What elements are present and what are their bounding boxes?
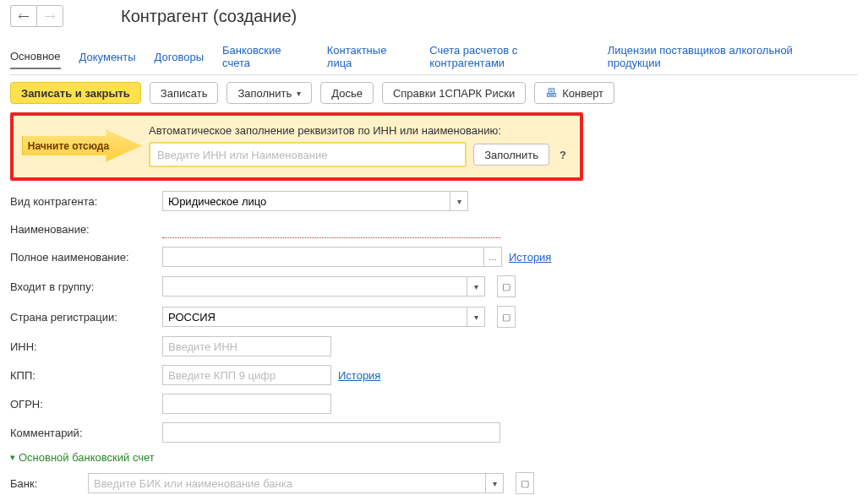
help-icon[interactable]: ? [556,149,570,161]
group-dropdown-button[interactable]: ▾ [467,276,485,296]
comment-input[interactable] [162,422,500,443]
open-icon: ▢ [502,281,510,292]
country-open-button[interactable]: ▢ [497,306,516,328]
autofill-input[interactable] [149,142,467,167]
start-here-callout: Начните отсюда Автоматическое заполнение… [10,112,583,181]
fill-menu-label: Заполнить [237,87,292,100]
comment-label: Комментарий: [10,427,162,439]
chevron-down-icon: ▾ [493,479,497,488]
ogrn-label: ОГРН: [10,398,162,411]
kpp-input[interactable] [162,365,331,385]
ellipsis-icon: … [489,253,497,262]
tab-contacts[interactable]: Контактные лица [327,39,412,74]
chevron-down-icon: ▾ [297,89,301,98]
type-dropdown-button[interactable]: ▾ [450,191,468,211]
tab-documents[interactable]: Документы [79,46,136,68]
full-name-label: Полное наименование: [10,251,162,264]
tabs-bar: Основное Документы Договоры Банковские с… [10,39,858,75]
chevron-down-icon: ▾ [474,313,478,322]
chevron-down-icon: ▾ [10,452,15,463]
country-dropdown-button[interactable]: ▾ [467,307,485,327]
full-name-history-link[interactable]: История [509,251,551,264]
arrow-left-icon: 🡐 [18,9,30,23]
form: Вид контрагента: ▾ Наименование: Полное … [10,191,858,495]
envelope-button[interactable]: 🖶 Конверт [534,82,614,104]
tab-bank-accounts[interactable]: Банковские счета [222,39,308,74]
bank-input[interactable] [88,473,485,493]
country-input[interactable] [162,307,467,327]
tab-contracts[interactable]: Договоры [155,46,204,68]
group-input[interactable] [162,276,467,296]
chevron-down-icon: ▾ [457,197,461,206]
open-icon: ▢ [521,478,529,489]
dossier-button[interactable]: Досье [320,82,374,104]
autofill-button[interactable]: Заполнить [473,144,549,166]
country-label: Страна регистрации: [10,311,162,324]
start-here-arrow: Начните отсюда [14,125,149,167]
save-button[interactable]: Записать [150,82,219,104]
nav-forward-button[interactable]: 🡒 [36,5,63,27]
full-name-input[interactable] [162,247,483,267]
name-input[interactable] [162,220,500,238]
inn-label: ИНН: [10,340,162,353]
fill-menu-button[interactable]: Заполнить ▾ [227,82,312,104]
envelope-button-label: Конверт [562,87,603,100]
bank-dropdown-button[interactable]: ▾ [485,473,504,493]
group-open-button[interactable]: ▢ [497,275,516,297]
start-here-label: Начните отсюда [28,140,134,152]
inn-input[interactable] [162,336,331,356]
tab-alcohol-licenses[interactable]: Лицензии поставщиков алкогольной продукц… [608,39,839,74]
bank-section-toggle[interactable]: ▾ Основной банковский счет [10,451,155,464]
page-title: Контрагент (создание) [121,7,297,26]
tab-main[interactable]: Основное [10,45,61,69]
printer-icon: 🖶 [545,86,557,100]
kpp-label: КПП: [10,369,162,382]
bank-open-button[interactable]: ▢ [516,472,534,494]
type-select[interactable] [162,191,450,211]
arrow-right-icon: 🡒 [44,9,56,23]
type-label: Вид контрагента: [10,195,162,208]
full-name-ellipsis-button[interactable]: … [483,247,502,267]
spark-button[interactable]: Справки 1СПАРК Риски [382,82,526,104]
bank-section-title: Основной банковский счет [19,451,155,464]
ogrn-input[interactable] [162,394,331,414]
tab-settlement-accounts[interactable]: Счета расчетов с контрагентами [429,39,588,74]
autofill-hint-label: Автоматическое заполнение реквизитов по … [149,124,570,137]
nav-back-button[interactable]: 🡐 [10,5,36,27]
save-and-close-button[interactable]: Записать и закрыть [10,82,141,104]
name-label: Наименование: [10,223,162,236]
toolbar: Записать и закрыть Записать Заполнить ▾ … [10,82,858,104]
bank-label: Банк: [10,477,88,490]
open-icon: ▢ [502,312,510,323]
kpp-history-link[interactable]: История [338,369,380,382]
group-label: Входит в группу: [10,280,162,293]
chevron-down-icon: ▾ [474,282,478,291]
